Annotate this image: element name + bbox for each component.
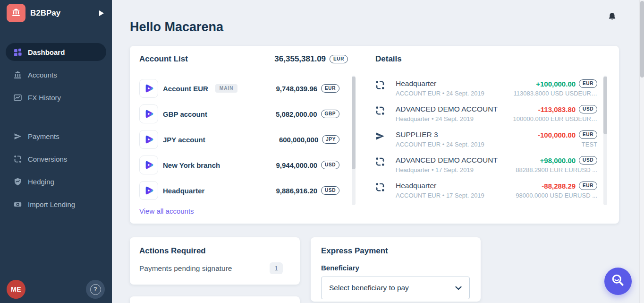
currency-badge: USD [321, 186, 339, 195]
page-scrollbar[interactable] [639, 0, 644, 303]
user-avatar[interactable]: ME [7, 280, 25, 299]
view-all-accounts-link[interactable]: View all accounts [139, 207, 194, 215]
account-amount: 9,748,039.96 [276, 85, 317, 93]
account-name: Account EUR [163, 85, 208, 93]
sidebar-item-label: Accounts [28, 71, 57, 79]
account-amount: 600,000,000 [279, 136, 318, 144]
currency-badge: EUR [330, 55, 348, 63]
account-amount: 5,082,000.00 [276, 110, 317, 118]
account-row[interactable]: New York branch 9,944,000.00 USD [139, 156, 339, 174]
play-triangle-icon [143, 184, 155, 197]
account-list-title: Account List [139, 54, 188, 64]
paper-plane-icon [13, 132, 22, 140]
transaction-name: ADVANCED DEMO ACCOUNT [396, 105, 498, 113]
count-badge: 1 [270, 262, 283, 274]
pending-signature-row[interactable]: Payments pending signature 1 [139, 262, 283, 274]
account-row[interactable]: Account EUR MAIN 9,748,039.96 EUR [139, 79, 339, 98]
sidebar-item-label: Dashboard [28, 48, 65, 56]
sidebar-item-hedging[interactable]: Hedging [6, 173, 106, 190]
transaction-subtitle: Headquarter • 24 Sept. 2019 [396, 115, 498, 122]
help-button[interactable]: ? [86, 280, 105, 299]
paper-plane-icon [375, 131, 385, 141]
transaction-amount: +100,000.00 [536, 80, 576, 88]
account-list-total: 36,355,381.09 EUR [274, 54, 348, 64]
account-row[interactable]: JPY account 600,000,000 JPY [139, 130, 339, 149]
currency-badge: EUR [579, 182, 597, 190]
transaction-name: ADVANCED DEMO ACCOUNT [396, 156, 498, 164]
app-logo [7, 4, 25, 22]
transaction-note: 113083.8000 USD USDEUR… [513, 90, 597, 97]
sidebar-item-import-lending[interactable]: Import Lending [6, 195, 106, 213]
beneficiary-select[interactable]: Select beneficiary to pay [321, 277, 470, 299]
conversion-icon [375, 182, 385, 192]
sidebar-item-label: Payments [28, 132, 59, 140]
chat-launcher-button[interactable] [604, 268, 632, 295]
page-scrollbar-thumb[interactable] [640, 1, 644, 78]
express-payment-title: Express Payment [321, 246, 388, 256]
sidebar-expand-icon[interactable] [99, 10, 104, 16]
dashboard-grid-icon [13, 48, 22, 56]
main-tag: MAIN [215, 84, 238, 93]
transaction-row[interactable]: SUPPLIER 3 ACCOUNT EUR • 24 Sept. 2019 -… [375, 130, 597, 148]
currency-badge: USD [579, 156, 597, 164]
account-list-scrollbar-thumb[interactable] [352, 77, 356, 169]
bank-icon [13, 70, 22, 79]
account-logo [139, 79, 158, 98]
transaction-info: ADVANCED DEMO ACCOUNT Headquarter • 17 S… [396, 156, 498, 173]
transaction-row[interactable]: Headquarter ACCOUNT EUR • 24 Sept. 2019 … [375, 79, 597, 97]
transaction-note: TEST [538, 141, 597, 148]
chevron-down-icon [455, 286, 462, 290]
bottom-card-partial [130, 296, 300, 303]
play-triangle-icon [143, 159, 155, 171]
sidebar-item-fx-history[interactable]: FX History [6, 88, 106, 106]
account-list-header: Account List 36,355,381.09 EUR [139, 54, 348, 64]
transaction-subtitle: Headquarter • 17 Sept. 2019 [396, 166, 498, 173]
account-name: JPY account [163, 136, 205, 144]
transaction-values: -88,288.29EUR 98000.0000 USD EURUSD ... [516, 182, 597, 199]
account-list-scrollbar[interactable] [352, 76, 356, 205]
bank-logo-icon [12, 8, 20, 18]
sidebar-item-payments[interactable]: Payments [6, 127, 106, 145]
transaction-values: -113,083.80USD 100000.0000 EUR USDEUR… [513, 105, 597, 122]
transaction-values: +98,000.00USD 88288.2900 EUR EURUSD ... [516, 156, 597, 173]
details-title: Details [375, 54, 402, 64]
transaction-amount: -113,083.80 [538, 105, 576, 113]
bell-icon[interactable] [608, 12, 617, 21]
transaction-name: Headquarter [396, 79, 484, 88]
transaction-info: Headquarter ACCOUNT EUR • 24 Sept. 2019 [396, 79, 484, 97]
transaction-row[interactable]: Headquarter ACCOUNT EUR • 17 Sept. 2019 … [375, 182, 597, 199]
transaction-info: SUPPLIER 3 ACCOUNT EUR • 24 Sept. 2019 [396, 130, 484, 148]
sidebar-item-accounts[interactable]: Accounts [6, 66, 106, 84]
dashboard-page: B2BPay Dashboard Accounts FX History Pay… [0, 0, 644, 303]
sidebar-item-label: Import Lending [28, 200, 75, 208]
beneficiary-label: Beneficiary [321, 264, 359, 272]
actions-required-title: Actions Required [139, 246, 206, 256]
account-logo [139, 156, 158, 174]
sidebar-item-dashboard[interactable]: Dashboard [6, 43, 106, 61]
transaction-info: Headquarter ACCOUNT EUR • 17 Sept. 2019 [396, 182, 484, 199]
app-name: B2BPay [30, 9, 60, 18]
sidebar-item-conversions[interactable]: Conversions [6, 150, 106, 168]
account-logo [139, 181, 158, 200]
currency-badge: EUR [579, 79, 597, 88]
currency-badge: USD [321, 161, 339, 169]
beneficiary-select-value: Select beneficiary to pay [329, 284, 409, 292]
account-row[interactable]: GBP account 5,082,000.00 GBP [139, 104, 339, 123]
account-amount: 9,944,000.00 [276, 161, 317, 169]
currency-badge: USD [579, 105, 597, 113]
express-payment-card: Express Payment Beneficiary Select benef… [311, 237, 481, 302]
transaction-subtitle: ACCOUNT EUR • 24 Sept. 2019 [396, 90, 484, 97]
transaction-note: 100000.0000 EUR USDEUR… [513, 115, 597, 122]
details-scrollbar[interactable] [603, 76, 607, 205]
details-scrollbar-thumb[interactable] [603, 77, 607, 134]
play-triangle-icon [143, 82, 155, 95]
transaction-row[interactable]: ADVANCED DEMO ACCOUNT Headquarter • 17 S… [375, 156, 597, 173]
account-row[interactable]: Headquarter 9,886,916.20 USD [139, 181, 339, 200]
account-name: New York branch [163, 161, 220, 169]
banknote-icon [13, 200, 22, 208]
transaction-note: 88288.2900 EUR EURUSD ... [516, 166, 597, 173]
transaction-amount: +98,000.00 [540, 156, 576, 164]
shield-icon [13, 177, 22, 186]
transaction-row[interactable]: ADVANCED DEMO ACCOUNT Headquarter • 24 S… [375, 105, 597, 122]
currency-badge: GBP [321, 110, 339, 118]
